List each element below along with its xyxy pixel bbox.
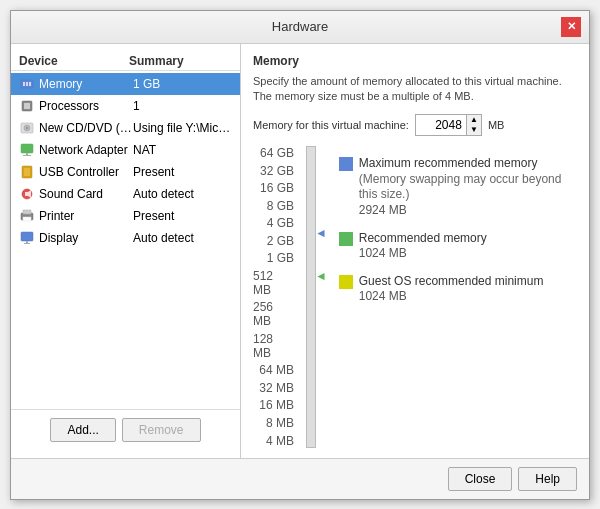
legend-label: Recommended memory (359, 231, 487, 247)
device-row-cdvd[interactable]: New CD/DVD (… Using file Y:\Microsoft\Wi… (11, 117, 240, 139)
svg-rect-9 (21, 144, 33, 153)
right-panel: Memory Specify the amount of memory allo… (241, 44, 589, 458)
hardware-window: Hardware ✕ Device Summary Memory 1 GB Pr… (10, 10, 590, 500)
device-summary-cdvd: Using file Y:\Microsoft\Windows 8\... (133, 121, 232, 135)
slider-label: 8 MB (266, 416, 294, 430)
svg-rect-13 (24, 168, 30, 176)
device-list: Memory 1 GB Processors 1 New CD/DVD (… U… (11, 73, 240, 249)
legend-color-blue (339, 157, 353, 171)
svg-rect-11 (23, 155, 31, 156)
slider-area: 64 GB32 GB16 GB8 GB4 GB2 GB1 GB512 MB256… (253, 146, 577, 447)
svg-rect-16 (23, 210, 31, 214)
device-icon-sound (19, 186, 35, 202)
device-summary-processors: 1 (133, 99, 232, 113)
right-description: Specify the amount of memory allocated t… (253, 74, 577, 105)
device-row-usb[interactable]: USB Controller Present (11, 161, 240, 183)
device-row-printer[interactable]: Printer Present (11, 205, 240, 227)
memory-spinners: ▲ ▼ (466, 115, 481, 135)
device-table: Device Summary Memory 1 GB Processors 1 … (11, 52, 240, 405)
svg-point-8 (26, 127, 28, 129)
svg-rect-20 (24, 243, 30, 244)
slider-label: 32 MB (259, 381, 294, 395)
add-button[interactable]: Add... (50, 418, 115, 442)
memory-input-row: Memory for this virtual machine: ▲ ▼ MB (253, 114, 577, 136)
device-icon-processors (19, 98, 35, 114)
slider-label: 64 MB (259, 363, 294, 377)
main-content: Device Summary Memory 1 GB Processors 1 … (11, 44, 589, 458)
device-icon-usb (19, 164, 35, 180)
memory-input-container: ▲ ▼ (415, 114, 482, 136)
svg-rect-18 (21, 232, 33, 241)
legend-sublabel: (Memory swapping may occur beyond this s… (359, 172, 577, 203)
slider-labels: 64 GB32 GB16 GB8 GB4 GB2 GB1 GB512 MB256… (253, 146, 298, 447)
device-summary-display: Auto detect (133, 231, 232, 245)
device-name-sound: Sound Card (39, 187, 133, 201)
device-name-network: Network Adapter (39, 143, 133, 157)
slider-label: 512 MB (253, 269, 294, 297)
left-panel: Device Summary Memory 1 GB Processors 1 … (11, 44, 241, 458)
device-icon-memory (19, 76, 35, 92)
close-window-button[interactable]: ✕ (561, 17, 581, 37)
slider-label: 128 MB (253, 332, 294, 360)
remove-button[interactable]: Remove (122, 418, 201, 442)
slider-label: 4 MB (266, 434, 294, 448)
right-section-title: Memory (253, 54, 577, 68)
device-icon-printer (19, 208, 35, 224)
memory-label: Memory for this virtual machine: (253, 119, 409, 131)
svg-rect-19 (26, 241, 28, 243)
slider-label: 1 GB (267, 251, 294, 265)
close-button[interactable]: Close (448, 467, 513, 491)
legend-text: Maximum recommended memory (Memory swapp… (359, 156, 577, 218)
slider-label: 2 GB (267, 234, 294, 248)
device-summary-memory: 1 GB (133, 77, 232, 91)
device-name-display: Display (39, 231, 133, 245)
legend-item: Recommended memory 1024 MB (339, 231, 577, 262)
legend-value: 1024 MB (359, 289, 544, 305)
memory-decrement-button[interactable]: ▼ (467, 125, 481, 135)
slider-track-wrapper[interactable]: ◄ ◄ (298, 146, 324, 447)
memory-increment-button[interactable]: ▲ (467, 115, 481, 125)
device-icon-display (19, 230, 35, 246)
svg-rect-17 (23, 217, 31, 221)
help-button[interactable]: Help (518, 467, 577, 491)
titlebar: Hardware ✕ (11, 11, 589, 44)
legend-label: Maximum recommended memory (359, 156, 577, 172)
device-table-header: Device Summary (11, 52, 240, 71)
device-summary-network: NAT (133, 143, 232, 157)
max-memory-arrow: ◄ (315, 226, 327, 240)
legend-text: Recommended memory 1024 MB (359, 231, 487, 262)
slider-label: 256 MB (253, 300, 294, 328)
device-name-cdvd: New CD/DVD (… (39, 121, 133, 135)
slider-track[interactable]: ◄ ◄ (306, 146, 316, 447)
device-summary-usb: Present (133, 165, 232, 179)
device-row-network[interactable]: Network Adapter NAT (11, 139, 240, 161)
legend-item: Guest OS recommended minimum 1024 MB (339, 274, 577, 305)
arrow-spacer (324, 146, 331, 447)
svg-rect-2 (26, 82, 28, 86)
device-summary-printer: Present (133, 209, 232, 223)
legend-value: 1024 MB (359, 246, 487, 262)
device-row-processors[interactable]: Processors 1 (11, 95, 240, 117)
legend-area: Maximum recommended memory (Memory swapp… (331, 146, 577, 447)
legend-color-green (339, 232, 353, 246)
device-name-printer: Printer (39, 209, 133, 223)
memory-input[interactable] (416, 116, 466, 134)
device-row-memory[interactable]: Memory 1 GB (11, 73, 240, 95)
slider-label: 8 GB (267, 199, 294, 213)
svg-rect-1 (23, 82, 25, 86)
slider-label: 16 GB (260, 181, 294, 195)
device-row-sound[interactable]: Sound Card Auto detect (11, 183, 240, 205)
svg-rect-5 (24, 103, 30, 109)
device-summary-sound: Auto detect (133, 187, 232, 201)
legend-text: Guest OS recommended minimum 1024 MB (359, 274, 544, 305)
legend-value: 2924 MB (359, 203, 577, 219)
device-name-memory: Memory (39, 77, 133, 91)
device-icon-network (19, 142, 35, 158)
device-name-processors: Processors (39, 99, 133, 113)
legend-color-yellow (339, 275, 353, 289)
header-summary: Summary (129, 54, 232, 68)
slider-label: 32 GB (260, 164, 294, 178)
header-device: Device (19, 54, 129, 68)
rec-memory-arrow: ◄ (315, 269, 327, 283)
device-row-display[interactable]: Display Auto detect (11, 227, 240, 249)
